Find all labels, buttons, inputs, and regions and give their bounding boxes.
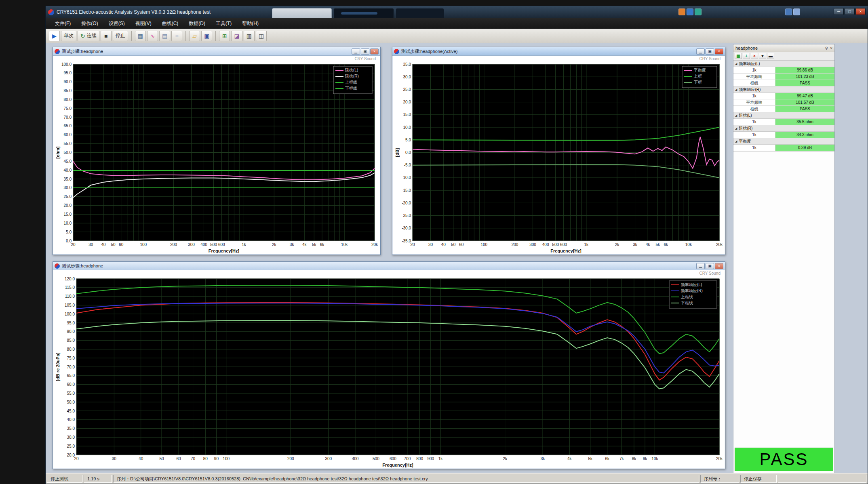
status-segment-time: 1.19 s — [84, 475, 112, 483]
result-group-label: 阻抗(L) — [739, 113, 752, 118]
svg-text:115.0: 115.0 — [65, 285, 75, 290]
result-table-button[interactable]: ▦ — [735, 53, 742, 59]
result-item-value: 35.5 ohm — [775, 119, 834, 125]
tray-icon[interactable] — [695, 8, 702, 15]
tray-icon[interactable] — [793, 8, 800, 15]
menu-item-file[interactable]: 文件(F) — [50, 18, 76, 29]
svg-text:70: 70 — [191, 457, 196, 461]
stop-button[interactable]: 停止 — [113, 31, 128, 41]
window-frequency-response-titlebar[interactable]: 测试步骤:headphone ▁ ▣ × — [53, 262, 725, 270]
svg-text:1k: 1k — [242, 242, 246, 247]
window-impedance-titlebar[interactable]: 测试步骤:headphone ▁ ▣ × — [53, 47, 380, 56]
svg-text:10k: 10k — [685, 242, 692, 247]
dock-close-icon[interactable]: × — [830, 46, 832, 51]
window-balance: 测试步骤:headphone(Active) ▁ ▣ × CRY Sound -… — [392, 47, 725, 255]
menu-item-view[interactable]: 视图(V) — [130, 18, 157, 29]
result-group-row[interactable]: ◢阻抗(R) — [733, 125, 834, 132]
data-manager-button[interactable]: ≡ — [171, 31, 182, 41]
result-item-value: PASS — [775, 80, 834, 86]
titlebar-tab-inactive-2[interactable] — [396, 8, 444, 18]
pin-icon[interactable]: ⚲ — [825, 46, 828, 51]
app-minimize-button[interactable]: ─ — [834, 8, 844, 15]
export-image-button[interactable]: ▤ — [159, 31, 170, 41]
app-maximize-button[interactable]: □ — [845, 8, 855, 15]
result-group-row[interactable]: ◢频率响应(L) — [733, 61, 834, 67]
menu-item-settings[interactable]: 设置(S) — [103, 18, 130, 29]
tray-icon[interactable] — [785, 8, 792, 15]
frequency-response-chart[interactable]: 20.025.030.035.040.045.050.055.060.065.0… — [55, 276, 723, 467]
window-minimize-button[interactable]: ▁ — [696, 48, 705, 55]
tray-icons-right — [785, 8, 800, 15]
dock-header[interactable]: headphone ⚲ × — [733, 44, 834, 52]
svg-text:65.0: 65.0 — [64, 124, 72, 128]
result-group-row[interactable]: ◢频率响应(R) — [733, 86, 834, 93]
menu-item-data[interactable]: 数据(D) — [183, 18, 211, 29]
svg-text:15.0: 15.0 — [64, 212, 72, 217]
stop-mini-icon: ■ — [104, 33, 107, 39]
window-title: 测试步骤:headphone — [62, 263, 696, 269]
svg-text:600: 600 — [218, 242, 225, 247]
titlebar[interactable]: CRY6151 Electro-acoustic Analysis System… — [46, 6, 868, 18]
open-file-button[interactable]: ▱ — [189, 31, 200, 41]
result-row: 1k99.47 dB — [733, 93, 834, 99]
svg-text:10.0: 10.0 — [403, 125, 411, 130]
window-body: CRY Sound 20.025.030.035.040.045.050.055… — [53, 270, 725, 468]
tray-icon[interactable] — [678, 8, 685, 15]
titlebar-tab-active[interactable] — [272, 8, 332, 18]
app-title: CRY6151 Electro-acoustic Analysis System… — [57, 9, 211, 15]
menu-item-operate[interactable]: 操作(O) — [76, 18, 103, 29]
svg-text:-35.0: -35.0 — [402, 239, 411, 243]
save-file-button[interactable]: ▣ — [201, 31, 212, 41]
result-group-row[interactable]: ◢阻抗(L) — [733, 112, 834, 119]
impedance-chart[interactable]: 0.05.010.015.020.025.030.035.040.045.050… — [55, 62, 379, 253]
column-layout-button[interactable]: ◫ — [256, 31, 267, 41]
status-segment-serial: 序列号： — [700, 475, 739, 483]
curve-view-icon: ∿ — [150, 33, 155, 39]
app-close-button[interactable]: × — [855, 8, 866, 15]
app-window: CRY6151 Electro-acoustic Analysis System… — [45, 6, 868, 484]
tray-icon[interactable] — [687, 8, 693, 15]
continuous-test-button[interactable]: ↻连续 — [78, 31, 99, 41]
svg-text:65.0: 65.0 — [67, 373, 75, 378]
window-close-button[interactable]: × — [370, 48, 379, 55]
curve-view-button[interactable]: ∿ — [147, 31, 158, 41]
titlebar-tab-inactive[interactable] — [333, 8, 394, 18]
tile-windows-button[interactable]: ▥ — [244, 31, 255, 41]
single-test-button[interactable]: 单次 — [61, 31, 76, 41]
svg-text:400: 400 — [352, 457, 359, 461]
result-group-row[interactable]: ◢平衡度 — [733, 138, 834, 145]
svg-text:105.0: 105.0 — [65, 303, 75, 307]
chart-style-button[interactable]: ◪ — [231, 31, 242, 41]
balance-chart[interactable]: -35.0-30.0-25.0-20.0-15.0-10.0-5.00.05.0… — [394, 62, 723, 253]
svg-text:2k: 2k — [615, 242, 620, 247]
window-balance-titlebar[interactable]: 测试步骤:headphone(Active) ▁ ▣ × — [392, 47, 725, 56]
window-close-button[interactable]: × — [715, 48, 723, 55]
svg-text:25.0: 25.0 — [403, 87, 411, 92]
menu-item-tools[interactable]: 工具(T) — [211, 18, 237, 29]
move-down-button[interactable]: ▼ — [759, 53, 766, 59]
window-maximize-button[interactable]: ▣ — [706, 48, 714, 55]
stop-mini-button[interactable]: ■ — [101, 31, 112, 41]
svg-text:2k: 2k — [272, 242, 277, 247]
add-result-button[interactable]: + — [743, 53, 750, 59]
result-group-label: 平衡度 — [739, 139, 751, 144]
window-minimize-button[interactable]: ▁ — [696, 263, 705, 269]
delete-result-button[interactable]: × — [751, 53, 758, 59]
svg-text:70.0: 70.0 — [64, 115, 72, 120]
window-close-button[interactable]: × — [715, 263, 723, 269]
collapse-button[interactable]: ▬ — [767, 53, 774, 59]
add-chart-button[interactable]: ⊞ — [219, 31, 230, 41]
window-maximize-button[interactable]: ▣ — [361, 48, 369, 55]
test-settings-button[interactable]: ▦ — [135, 31, 146, 41]
menu-item-curve[interactable]: 曲线(C) — [157, 18, 184, 29]
run-button[interactable]: ▶ — [49, 31, 60, 41]
window-maximize-button[interactable]: ▣ — [706, 263, 714, 269]
svg-text:下框线: 下框线 — [345, 86, 357, 90]
svg-text:70.0: 70.0 — [67, 365, 75, 369]
window-minimize-button[interactable]: ▁ — [352, 48, 360, 55]
svg-text:100: 100 — [140, 242, 147, 247]
result-item-label: 平均频响 — [733, 99, 775, 105]
menu-item-help[interactable]: 帮助(H) — [237, 18, 264, 29]
svg-text:上框线: 上框线 — [680, 295, 693, 299]
tile-windows-icon: ▥ — [246, 33, 252, 39]
